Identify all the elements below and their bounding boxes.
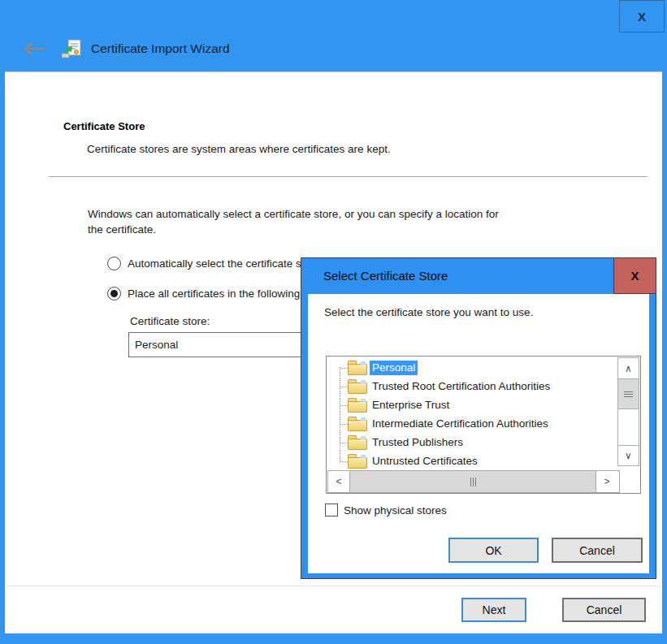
back-arrow-icon — [23, 41, 47, 57]
dialog-close-button[interactable]: X — [613, 258, 656, 294]
radio-place-label: Place all certificates in the following … — [128, 287, 327, 300]
folder-icon — [348, 379, 367, 394]
close-icon: X — [630, 269, 639, 283]
show-physical-stores-option[interactable]: Show physical stores — [325, 504, 447, 516]
tree-item-label: Personal — [370, 361, 418, 375]
dialog-body: Select the certificate store you want to… — [308, 294, 649, 573]
dialog-cancel-button[interactable]: Cancel — [552, 538, 643, 563]
tree-item-enterprise-trust[interactable]: Enterprise Trust — [327, 396, 616, 415]
ok-button[interactable]: OK — [448, 538, 539, 563]
chevron-down-icon: ∨ — [625, 450, 632, 461]
chevron-up-icon: ∧ — [625, 363, 632, 374]
radio-place-in-store[interactable]: Place all certificates in the following … — [107, 285, 327, 301]
tree-item-untrusted-certificates[interactable]: Untrusted Certificates — [327, 452, 616, 471]
tree-branch-line — [340, 424, 348, 425]
vertical-scrollbar-thumb[interactable] — [618, 378, 639, 409]
intro-text: Windows can automatically select a certi… — [88, 206, 616, 237]
certificate-import-wizard-window: X Certificate Import Wizard Certificate … — [0, 0, 667, 644]
dialog-title: Select Certificate Store — [323, 269, 448, 283]
certificate-store-field-label: Certificate store: — [130, 315, 210, 327]
folder-icon — [348, 454, 367, 469]
tree-item-trusted-publishers[interactable]: Trusted Publishers — [327, 434, 616, 452]
header-divider — [49, 176, 648, 177]
vertical-scrollbar-track[interactable] — [618, 409, 639, 445]
select-certificate-store-dialog: Select Certificate Store X Select the ce… — [301, 257, 656, 579]
chevron-right-icon: > — [604, 476, 609, 487]
tree-branch-line — [340, 405, 348, 406]
scroll-left-button[interactable]: < — [328, 471, 349, 492]
tree-item-intermediate-certification-authorities[interactable]: Intermediate Certification Authorities — [327, 415, 616, 434]
step-heading: Certificate Store — [63, 120, 145, 132]
tree-item-label: Trusted Publishers — [370, 435, 466, 450]
certificate-store-tree[interactable]: PersonalTrusted Root Certification Autho… — [326, 356, 641, 494]
tree-item-label: Trusted Root Certification Authorities — [370, 379, 552, 394]
checkbox-icon — [325, 504, 338, 516]
certificate-wizard-icon — [60, 37, 83, 59]
tree-item-label: Intermediate Certification Authorities — [370, 417, 551, 431]
back-button[interactable] — [21, 39, 49, 58]
tree-branch-line — [340, 368, 348, 369]
next-button[interactable]: Next — [461, 598, 526, 622]
folder-icon — [348, 435, 367, 450]
scroll-right-button[interactable]: > — [596, 471, 617, 492]
thumb-grip-icon — [624, 391, 633, 397]
show-physical-stores-label: Show physical stores — [344, 504, 447, 516]
dialog-prompt: Select the certificate store you want to… — [324, 306, 533, 318]
thumb-grip-icon — [470, 478, 476, 486]
tree-branch-line — [340, 461, 348, 462]
wizard-cancel-button[interactable]: Cancel — [562, 598, 646, 622]
window-title: Certificate Import Wizard — [91, 41, 230, 56]
scroll-up-button[interactable]: ∧ — [618, 358, 639, 378]
tree-item-label: Enterprise Trust — [370, 398, 452, 413]
folder-icon — [348, 417, 367, 431]
radio-button-icon-selected — [107, 287, 121, 300]
folder-icon — [348, 398, 367, 413]
tree-branch-line — [340, 443, 348, 443]
horizontal-scrollbar[interactable]: < > — [327, 470, 620, 493]
tree-item-trusted-root-certification-authorities[interactable]: Trusted Root Certification Authorities — [327, 378, 616, 396]
chevron-left-icon: < — [336, 476, 341, 487]
tree-item-personal[interactable]: Personal — [327, 359, 616, 378]
folder-icon — [348, 361, 367, 375]
close-icon: X — [638, 10, 646, 24]
tree-branch-line — [340, 387, 348, 387]
vertical-scrollbar[interactable]: ∧ ∨ — [617, 357, 639, 466]
horizontal-scrollbar-thumb[interactable] — [349, 471, 596, 492]
tree-item-label: Untrusted Certificates — [370, 454, 480, 469]
step-description: Certificate stores are system areas wher… — [87, 143, 391, 155]
window-close-button[interactable]: X — [619, 0, 665, 32]
button-row-separator — [6, 586, 661, 586]
radio-button-icon — [107, 257, 121, 270]
dialog-title-bar[interactable]: Select Certificate Store — [301, 258, 656, 294]
scroll-down-button[interactable]: ∨ — [618, 445, 639, 465]
